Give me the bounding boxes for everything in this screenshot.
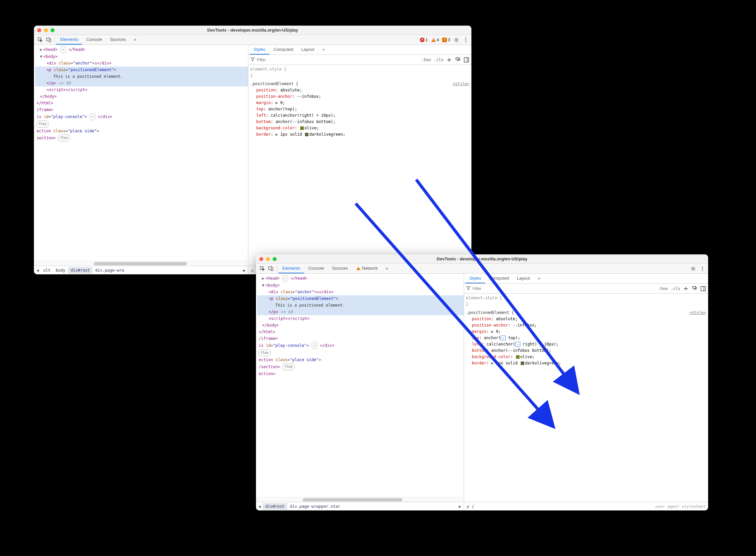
p-selector: p (251, 268, 253, 273)
selected-node[interactable]: <p class="positionedElement"> (35, 67, 248, 73)
dom-tree[interactable]: ▶<head> ⋯ </head> ▼<body> <div class="an… (34, 45, 248, 261)
source-link[interactable]: <style> (453, 81, 469, 87)
css-rules[interactable]: element.style { } .positionedElement { <… (464, 293, 708, 502)
hov-toggle[interactable]: :hov (658, 286, 668, 291)
close-button[interactable] (259, 257, 263, 261)
breadcrumb[interactable]: ◀ div#root div.page-wrapper.star ▶ (256, 502, 464, 511)
color-swatch[interactable] (305, 133, 309, 136)
traffic-lights[interactable] (259, 257, 277, 261)
subtab-computed[interactable]: Computed (269, 45, 297, 55)
device-toggle-icon[interactable] (266, 264, 275, 273)
more-icon[interactable] (699, 266, 706, 272)
color-swatch[interactable] (516, 355, 519, 359)
subtab-more[interactable]: » (318, 45, 328, 55)
gear-icon[interactable] (690, 266, 696, 272)
window-title: DevTools - developer.mozilla.org/en-US/p… (34, 28, 471, 33)
subtab-layout[interactable]: Layout (297, 45, 318, 55)
traffic-lights[interactable] (37, 28, 55, 32)
styles-panel: Styles Computed Layout » :hov .cls (464, 274, 708, 511)
breadcrumb[interactable]: ◀ ult body div#root div.page-wra ▶ (34, 266, 248, 274)
styles-panel: Styles Computed Layout » :hov .cls (248, 45, 471, 274)
cls-toggle[interactable]: .cls (671, 286, 680, 291)
toolbar: Elements Console Sources » ×1 4 !3 (34, 35, 471, 45)
bc-next-icon[interactable]: ▶ (457, 504, 463, 509)
svg-point-15 (702, 268, 703, 269)
tab-sources[interactable]: Sources (106, 35, 130, 44)
svg-rect-12 (271, 268, 273, 271)
tab-elements[interactable]: Elements (56, 35, 82, 44)
subtab-styles[interactable]: Styles (465, 274, 485, 283)
ua-stylesheet-label: user agent stylesheet (655, 504, 706, 509)
inspect-icon[interactable] (36, 35, 44, 44)
titlebar: DevTools - developer.mozilla.org/en-US/p… (256, 254, 708, 264)
toolbar: Elements Console Sources Network » (256, 264, 708, 274)
subtab-layout[interactable]: Layout (513, 274, 534, 283)
h-scrollbar[interactable] (34, 261, 247, 266)
svg-point-13 (692, 268, 694, 269)
filter-input[interactable] (257, 58, 287, 62)
svg-rect-2 (49, 39, 51, 42)
device-toggle-icon[interactable] (44, 35, 53, 44)
source-link[interactable]: <style> (689, 310, 706, 316)
window-title: DevTools - developer.mozilla.org/en-US/p… (256, 256, 708, 262)
bc-prev-icon[interactable]: ◀ (257, 504, 263, 509)
css-rules[interactable]: element.style { } .positionedElement { <… (248, 65, 471, 266)
dock-icon[interactable] (463, 57, 469, 63)
new-style-icon[interactable] (683, 286, 689, 292)
filter-input[interactable] (473, 286, 503, 291)
tab-more[interactable]: » (382, 264, 392, 273)
color-swatch[interactable] (300, 126, 304, 130)
color-swatch[interactable] (520, 361, 524, 365)
close-button[interactable] (37, 28, 41, 32)
devtools-window-2: DevTools - developer.mozilla.org/en-US/p… (256, 254, 708, 511)
svg-point-16 (702, 270, 703, 271)
filter-icon (250, 57, 255, 63)
tab-network[interactable]: Network (352, 264, 382, 273)
zoom-button[interactable] (50, 28, 55, 32)
svg-point-4 (465, 38, 466, 39)
svg-point-3 (456, 39, 458, 41)
tab-console[interactable]: Console (82, 35, 106, 44)
minimize-button[interactable] (44, 28, 48, 32)
svg-point-5 (465, 39, 466, 40)
filter-icon (466, 286, 471, 291)
error-count[interactable]: ×1 (420, 38, 428, 42)
warning-count[interactable]: 4 (431, 38, 439, 42)
anchor-link-icon[interactable]: ↗ (501, 336, 506, 341)
anchor-link-icon[interactable]: ↗ (515, 342, 520, 347)
new-style-icon[interactable] (446, 57, 452, 63)
tab-elements[interactable]: Elements (278, 264, 304, 273)
minimize-button[interactable] (266, 257, 270, 261)
paint-icon[interactable] (691, 286, 697, 292)
svg-rect-18 (701, 286, 706, 291)
elements-panel: ▶<head> ⋯ </head> ▼<body> <div class="an… (34, 45, 248, 274)
subtab-styles[interactable]: Styles (250, 45, 269, 55)
selected-node[interactable]: <p class="positionedElement"> (257, 295, 464, 302)
subtab-computed[interactable]: Computed (485, 274, 513, 283)
tab-more[interactable]: » (130, 35, 140, 44)
paint-icon[interactable] (455, 57, 461, 63)
more-icon[interactable] (463, 37, 469, 43)
gear-icon[interactable] (454, 37, 460, 43)
svg-rect-8 (464, 58, 469, 62)
dom-tree[interactable]: ▶<head> ⋯ </head> ▼<body> <div class="an… (256, 274, 464, 497)
bc-next-icon[interactable]: ▶ (241, 268, 247, 273)
bc-prev-icon[interactable]: ◀ (35, 268, 41, 273)
svg-rect-7 (456, 58, 459, 60)
p-rule: p { (467, 504, 474, 509)
hov-toggle[interactable]: :hov (422, 58, 431, 62)
tab-console[interactable]: Console (304, 264, 328, 273)
dock-icon[interactable] (700, 286, 706, 292)
elements-panel: ▶<head> ⋯ </head> ▼<body> <div class="an… (256, 274, 464, 511)
svg-point-14 (702, 266, 703, 267)
devtools-window-1: DevTools - developer.mozilla.org/en-US/p… (34, 26, 471, 274)
svg-point-6 (465, 41, 466, 42)
subtab-more[interactable]: » (534, 274, 544, 283)
tab-sources[interactable]: Sources (328, 264, 352, 273)
h-scrollbar[interactable] (256, 497, 462, 502)
svg-rect-17 (692, 286, 695, 288)
violation-count[interactable]: !3 (442, 38, 450, 42)
zoom-button[interactable] (273, 257, 277, 261)
cls-toggle[interactable]: .cls (434, 58, 443, 62)
inspect-icon[interactable] (258, 264, 266, 273)
